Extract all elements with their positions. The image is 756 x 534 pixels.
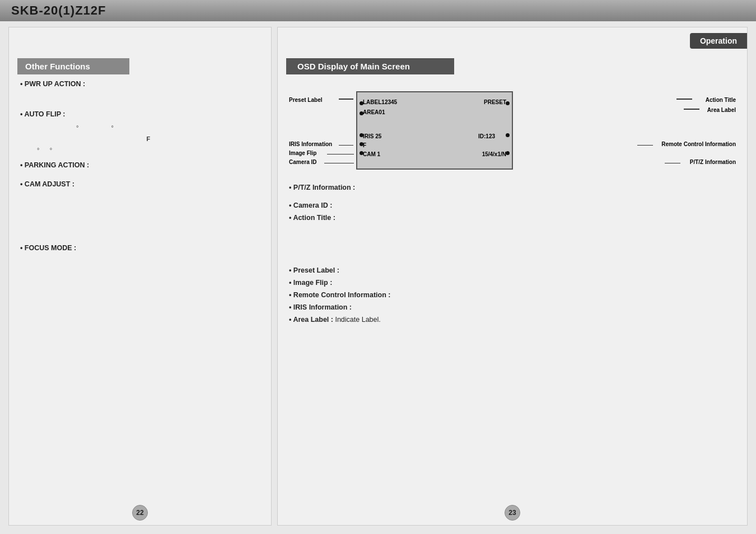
osd-preset: PRESET bbox=[484, 99, 506, 105]
line-iris bbox=[339, 145, 353, 146]
focus-mode-label: • FOCUS MODE : bbox=[20, 244, 76, 252]
focus-mode-item: • FOCUS MODE : bbox=[20, 244, 260, 252]
parking-action-label: • PARKING ACTION : bbox=[20, 161, 89, 169]
main-content: Other Functions • PWR UP ACTION : • AUTO… bbox=[0, 21, 756, 534]
line-action-title bbox=[676, 99, 692, 100]
action-title-item: • Action Title : bbox=[289, 214, 736, 222]
image-flip-label: • Image Flip : bbox=[289, 279, 332, 287]
osd-ptz-val: 15/4/x1/N bbox=[482, 151, 506, 157]
pwr-up-action-item: • PWR UP ACTION : bbox=[20, 80, 260, 88]
preset-label-label: • Preset Label : bbox=[289, 266, 339, 274]
osd-diagram: LABEL12345 PRESET AREA01 IRIS 25 bbox=[289, 86, 736, 175]
dot-f bbox=[360, 142, 363, 146]
remote-ctrl-item: • Remote Control Information : bbox=[289, 291, 736, 299]
page-container: SKB-20(1)Z12F Other Functions • PWR UP A… bbox=[0, 0, 756, 534]
dot-ptz bbox=[506, 151, 510, 155]
auto-flip-item: • AUTO FLIP : bbox=[20, 110, 260, 118]
left-panel: Other Functions • PWR UP ACTION : • AUTO… bbox=[8, 27, 272, 526]
operation-badge: Operation bbox=[690, 33, 747, 49]
ptz-info-label: • P/T/Z Information : bbox=[289, 184, 355, 191]
label-iris-info: IRIS Information bbox=[289, 141, 332, 147]
degree4: ° bbox=[50, 147, 52, 153]
label-remote-ctrl: Remote Control Information bbox=[661, 141, 736, 147]
cam-adjust-item: • CAM ADJUST : bbox=[20, 180, 260, 188]
dot-label bbox=[360, 101, 363, 105]
auto-flip-label: • AUTO FLIP : bbox=[20, 110, 66, 118]
label-ptz-info: P/T/Z Information bbox=[690, 159, 736, 165]
right-panel: Operation OSD Display of Main Screen LAB… bbox=[277, 27, 748, 526]
line-camera-id bbox=[324, 163, 354, 164]
right-section-wrapper: Operation OSD Display of Main Screen LAB… bbox=[278, 27, 747, 525]
ptz-info-item: • P/T/Z Information : bbox=[289, 184, 736, 191]
osd-display-heading: OSD Display of Main Screen bbox=[286, 58, 454, 74]
other-functions-heading: Other Functions bbox=[17, 58, 129, 74]
image-flip-item: • Image Flip : bbox=[289, 279, 736, 287]
label-area-label: Area Label bbox=[707, 107, 736, 113]
area-label-item: • Area Label : Indicate Label. bbox=[289, 316, 736, 324]
osd-label12345: LABEL12345 bbox=[363, 99, 397, 105]
degree1: ° bbox=[76, 124, 78, 131]
camera-id-label: • Camera ID : bbox=[289, 202, 332, 209]
label-action-title: Action Title bbox=[706, 97, 736, 103]
preset-label-item: • Preset Label : bbox=[289, 266, 736, 274]
osd-f: F bbox=[363, 142, 366, 148]
line-image-flip bbox=[327, 154, 354, 155]
osd-area01: AREA01 bbox=[363, 109, 385, 115]
dot-cam1 bbox=[360, 151, 363, 155]
iris-info-item: • IRIS Information : bbox=[289, 303, 736, 311]
auto-flip-f-row: F bbox=[87, 134, 260, 145]
left-page-number: 22 bbox=[132, 505, 148, 521]
cam-adjust-label: • CAM ADJUST : bbox=[20, 180, 74, 188]
pwr-up-action-label: • PWR UP ACTION : bbox=[20, 80, 85, 88]
action-title-label: • Action Title : bbox=[289, 214, 335, 222]
header-bar: SKB-20(1)Z12F bbox=[0, 0, 756, 21]
dot-iris bbox=[360, 133, 363, 137]
auto-flip-f-label: F bbox=[99, 135, 150, 142]
label-camera-id: Camera ID bbox=[289, 159, 316, 165]
right-panel-body: • P/T/Z Information : • Camera ID : • Ac… bbox=[278, 184, 747, 339]
camera-id-item: • Camera ID : bbox=[289, 202, 736, 209]
parking-action-item: • PARKING ACTION : bbox=[20, 161, 260, 169]
degree2: ° bbox=[111, 124, 113, 131]
right-page-number: 23 bbox=[505, 505, 520, 521]
line-ptz-info bbox=[665, 163, 680, 164]
line-preset bbox=[339, 99, 353, 100]
osd-iris25: IRIS 25 bbox=[363, 133, 381, 139]
osd-cam1: CAM 1 bbox=[363, 151, 380, 157]
remote-ctrl-label: • Remote Control Information : bbox=[289, 291, 390, 299]
dot-area01 bbox=[360, 111, 363, 115]
label-preset-label: Preset Label bbox=[289, 97, 322, 103]
area-label-suffix: Indicate Label. bbox=[335, 316, 380, 324]
left-panel-body: • PWR UP ACTION : • AUTO FLIP : ° ° bbox=[9, 80, 271, 268]
auto-flip-details: ° ° F ° ° bbox=[31, 123, 260, 156]
dot-id bbox=[506, 133, 510, 137]
area-label-label: • Area Label : bbox=[289, 316, 333, 324]
left-section-wrapper: Other Functions • PWR UP ACTION : • AUTO… bbox=[9, 27, 271, 525]
auto-flip-small-row: ° ° bbox=[37, 145, 260, 156]
auto-flip-degree-row: ° ° bbox=[76, 123, 260, 134]
label-image-flip: Image Flip bbox=[289, 150, 316, 156]
iris-info-label: • IRIS Information : bbox=[289, 303, 352, 311]
degree3: ° bbox=[37, 147, 39, 153]
dot-preset bbox=[506, 101, 510, 105]
header-title: SKB-20(1)Z12F bbox=[11, 3, 106, 18]
osd-screen: LABEL12345 PRESET AREA01 IRIS 25 bbox=[356, 91, 513, 170]
osd-id123: ID:123 bbox=[478, 133, 495, 139]
line-area-label bbox=[684, 109, 699, 110]
line-remote-ctrl bbox=[637, 145, 653, 146]
